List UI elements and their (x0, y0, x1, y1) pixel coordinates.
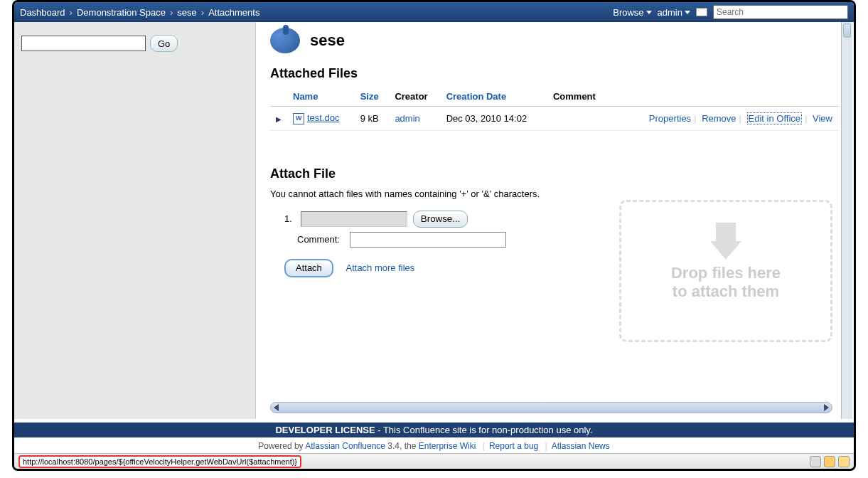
attach-more-link[interactable]: Attach more files (345, 262, 414, 273)
dropzone-text-2: to attach them (673, 282, 779, 301)
license-banner: DEVELOPER LICENSE - This Confluence site… (14, 423, 854, 437)
main-content: sese Attached Files Name Size Creator Cr… (256, 22, 854, 419)
attach-warning: You cannot attach files with names conta… (270, 188, 840, 199)
browser-statusbar: http://localhost:8080/pages/${officeVelo… (14, 453, 854, 469)
page-logo-icon (270, 28, 300, 53)
comment-input[interactable] (350, 232, 506, 248)
status-icon-1[interactable] (810, 456, 821, 467)
file-dropzone[interactable]: Drop files here to attach them (619, 200, 832, 342)
word-doc-icon (293, 113, 304, 124)
breadcrumb: Dashboard› Demonstration Space› sese› At… (20, 7, 613, 18)
attach-button[interactable]: Attach (284, 259, 333, 277)
expand-row-icon[interactable]: ▶ (276, 115, 282, 123)
breadcrumb-space[interactable]: Demonstration Space (77, 7, 166, 18)
col-size[interactable]: Size (355, 87, 390, 107)
scroll-left-icon[interactable] (274, 404, 279, 411)
global-search-input[interactable] (713, 5, 848, 19)
page-title: sese (310, 31, 345, 50)
scrollbar-thumb[interactable] (843, 23, 851, 38)
go-button[interactable]: Go (150, 35, 178, 52)
breadcrumb-page[interactable]: sese (177, 7, 196, 18)
file-comment (547, 107, 610, 131)
attachments-table: Name Size Creator Creation Date Comment … (270, 87, 840, 131)
list-number: 1. (284, 213, 292, 224)
col-creator: Creator (389, 87, 440, 107)
col-date[interactable]: Creation Date (441, 87, 547, 107)
scroll-right-icon[interactable] (824, 404, 829, 411)
file-size: 9 kB (355, 107, 390, 131)
creator-link[interactable]: admin (395, 113, 419, 124)
status-icon-3[interactable] (838, 456, 850, 467)
confluence-link[interactable]: Atlassian Confluence (305, 441, 385, 451)
vertical-scrollbar[interactable] (841, 22, 852, 419)
file-path-input[interactable] (301, 211, 407, 227)
report-bug-link[interactable]: Report a bug (489, 441, 538, 451)
download-arrow-icon (710, 241, 741, 260)
breadcrumb-dashboard[interactable]: Dashboard (20, 7, 65, 18)
edit-in-office-link[interactable]: Edit in Office (747, 112, 802, 124)
breadcrumb-attachments[interactable]: Attachments (208, 7, 259, 18)
chevron-down-icon (646, 11, 652, 14)
file-date: Dec 03, 2010 14:02 (441, 107, 547, 131)
user-menu[interactable]: admin (658, 7, 690, 18)
view-link[interactable]: View (813, 113, 832, 124)
remove-link[interactable]: Remove (702, 113, 736, 124)
sidebar-search-input[interactable] (21, 36, 146, 51)
top-navbar: Dashboard› Demonstration Space› sese› At… (14, 2, 854, 22)
app-switcher-icon[interactable] (696, 8, 707, 16)
browse-button[interactable]: Browse... (413, 211, 468, 228)
status-url: http://localhost:8080/pages/${officeVelo… (18, 455, 301, 468)
chevron-down-icon (685, 11, 690, 14)
enterprise-wiki-link[interactable]: Enterprise Wiki (419, 441, 476, 451)
properties-link[interactable]: Properties (649, 113, 691, 124)
atlassian-news-link[interactable]: Atlassian News (552, 441, 610, 451)
sidebar: Go (14, 22, 256, 419)
col-name[interactable]: Name (287, 87, 355, 107)
comment-label: Comment: (297, 234, 344, 245)
browse-menu[interactable]: Browse (613, 7, 651, 18)
footer-links: Powered by Atlassian Confluence 3.4, the… (14, 439, 854, 453)
file-link[interactable]: test.doc (307, 112, 340, 123)
col-comment: Comment (547, 87, 610, 107)
attached-files-heading: Attached Files (270, 66, 840, 81)
attach-file-heading: Attach File (270, 166, 840, 181)
status-icon-2[interactable] (824, 456, 835, 467)
table-row: ▶ test.doc 9 kB admin Dec 03, 2010 14:02… (270, 107, 840, 131)
horizontal-scrollbar[interactable] (270, 402, 832, 413)
dropzone-text-1: Drop files here (671, 264, 781, 282)
